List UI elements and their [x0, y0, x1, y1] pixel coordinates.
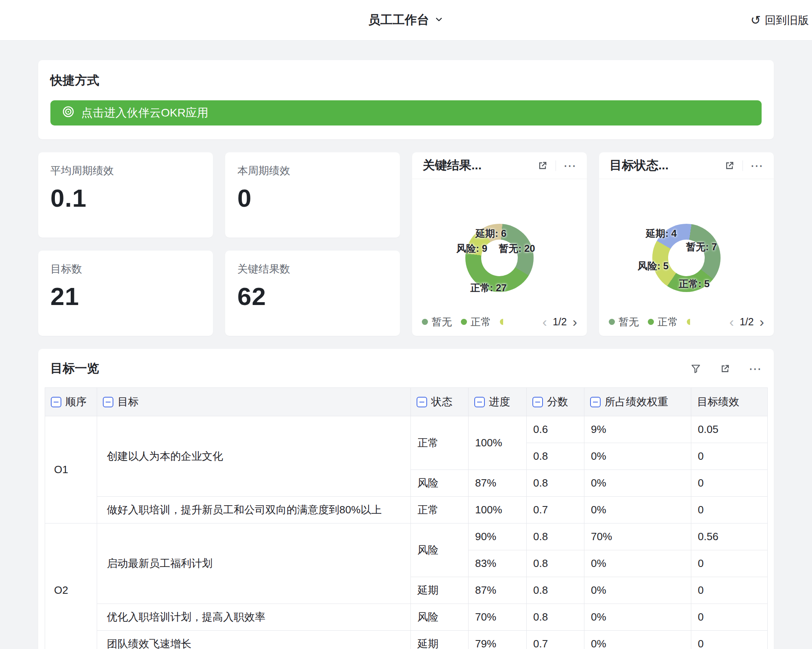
goal-cell[interactable]: 团队绩效飞速增长 [97, 631, 411, 649]
legend-dot [687, 319, 690, 325]
table-row[interactable]: O2 启动最新员工福利计划 风险 90% 0.8 70% 0.56 [45, 524, 768, 550]
score-cell: 0.8 [527, 443, 584, 470]
perf-cell: 0 [691, 631, 768, 649]
weight-cell: 0% [584, 577, 691, 604]
chart-title: 目标状态... [610, 157, 724, 174]
stat-value: 21 [50, 282, 201, 311]
perf-cell: 0 [691, 443, 768, 470]
status-cell: 正常 [411, 416, 469, 470]
legend-label: 正常 [658, 315, 678, 329]
segment-label-normal: 正常: 5 [679, 277, 710, 290]
status-cell: 风险 [411, 470, 469, 497]
pager-next-icon[interactable]: › [760, 315, 764, 329]
open-in-new-icon[interactable] [719, 363, 731, 374]
more-menu-icon[interactable]: ⋯ [749, 362, 762, 375]
status-cell: 延期 [411, 631, 469, 649]
legend-label: 暂无 [619, 315, 639, 329]
filter-icon[interactable] [690, 363, 701, 374]
collapse-icon[interactable] [417, 397, 427, 407]
goal-cell[interactable]: 启动最新员工福利计划 [97, 524, 411, 604]
weight-cell: 9% [584, 416, 691, 443]
collapse-icon[interactable] [51, 397, 61, 407]
pager-prev-icon[interactable]: ‹ [729, 315, 734, 329]
legend-item-none[interactable]: 暂无 [422, 315, 452, 329]
score-cell: 0.8 [527, 550, 584, 577]
progress-cell: 87% [469, 470, 527, 497]
more-menu-icon[interactable]: ⋯ [563, 159, 576, 172]
stat-card-current-cycle-perf: 本周期绩效 0 [225, 152, 400, 238]
enter-okr-app-button[interactable]: 点击进入伙伴云OKR应用 [50, 100, 762, 125]
legend-item-clipped [687, 319, 690, 325]
top-bar: 员工工作台 ↺ 回到旧版 [0, 0, 812, 41]
table-row[interactable]: O1 创建以人为本的企业文化 正常 100% 0.6 9% 0.05 [45, 416, 768, 443]
back-to-old-version-button[interactable]: ↺ 回到旧版 [751, 13, 809, 28]
status-cell: 延期 [411, 577, 469, 604]
legend-item-none[interactable]: 暂无 [609, 315, 639, 329]
table-row[interactable]: 做好入职培训，提升新员工和公司双向的满意度到80%以上 正常 100% 0.7 … [45, 497, 768, 524]
open-in-new-icon[interactable] [537, 160, 548, 171]
chart-header: 目标状态... ⋯ [599, 152, 774, 179]
shortcuts-title: 快捷方式 [50, 72, 762, 89]
pager-page: 1/2 [740, 316, 754, 328]
stat-card-goal-count: 目标数 21 [38, 251, 213, 336]
progress-cell: 90% [469, 524, 527, 550]
pager-prev-icon[interactable]: ‹ [543, 315, 547, 329]
weight-cell: 0% [584, 470, 691, 497]
score-cell: 0.8 [527, 577, 584, 604]
legend-dot [609, 319, 615, 325]
pager-next-icon[interactable]: › [573, 315, 577, 329]
segment-label-risk: 风险: 5 [638, 260, 669, 273]
collapse-icon[interactable] [103, 397, 113, 407]
stat-value: 0.1 [50, 184, 201, 212]
back-to-old-label: 回到旧版 [765, 13, 809, 28]
history-icon: ↺ [751, 14, 761, 26]
score-cell: 0.7 [527, 497, 584, 524]
collapse-icon[interactable] [532, 397, 543, 407]
target-icon [62, 105, 75, 121]
col-header-goal: 目标 [97, 388, 411, 416]
status-cell: 风险 [411, 524, 469, 577]
collapse-icon[interactable] [590, 397, 601, 407]
status-cell: 正常 [411, 497, 469, 524]
stat-label: 目标数 [50, 262, 201, 276]
collapse-icon[interactable] [474, 397, 485, 407]
open-in-new-icon[interactable] [724, 160, 735, 171]
goal-cell[interactable]: 优化入职培训计划，提高入职效率 [97, 604, 411, 631]
goal-status-chart-card: 目标状态... ⋯ 延期: 4 暂无: 7 正常: 5 风险: 5 [599, 152, 774, 336]
legend-dot [461, 319, 467, 325]
more-menu-icon[interactable]: ⋯ [750, 159, 763, 172]
status-cell: 风险 [411, 604, 469, 631]
legend-item-normal[interactable]: 正常 [461, 315, 491, 329]
perf-cell: 0.05 [691, 416, 768, 443]
segment-label-normal: 正常: 27 [470, 281, 506, 294]
goal-overview-card: 目标一览 ⋯ 顺序 目标 [38, 349, 774, 649]
weight-cell: 70% [584, 524, 691, 550]
legend-item-clipped [500, 319, 503, 325]
progress-cell: 87% [469, 577, 527, 604]
workspace-switcher[interactable]: 员工工作台 [368, 12, 444, 28]
goal-table: 顺序 目标 状态 进度 分数 所占绩效权重 目标绩效 O1 创建以人为本的企业文… [45, 387, 768, 649]
segment-label-delayed: 延期: 6 [475, 227, 506, 240]
segment-label-none: 暂无: 7 [686, 240, 717, 253]
chevron-down-icon [434, 13, 444, 27]
goal-cell[interactable]: 做好入职培训，提升新员工和公司双向的满意度到80%以上 [97, 497, 411, 524]
stat-value: 62 [237, 282, 388, 311]
perf-cell: 0 [691, 497, 768, 524]
progress-cell: 83% [469, 550, 527, 577]
divider [743, 160, 743, 171]
perf-cell: 0 [691, 470, 768, 497]
legend-item-normal[interactable]: 正常 [648, 315, 678, 329]
goal-cell[interactable]: 创建以人为本的企业文化 [97, 416, 411, 497]
goal-status-donut-chart: 延期: 4 暂无: 7 正常: 5 风险: 5 [599, 179, 774, 311]
weight-cell: 0% [584, 631, 691, 649]
main-content: 快捷方式 点击进入伙伴云OKR应用 平均周期绩效 0.1 本周期绩效 0 [0, 60, 812, 649]
key-results-donut-chart: 延期: 6 暂无: 20 正常: 27 风险: 9 [412, 179, 587, 311]
table-row[interactable]: 团队绩效飞速增长 延期 79% 0.7 0% 0 [45, 631, 768, 649]
stat-label: 本周期绩效 [237, 164, 388, 178]
stat-label: 平均周期绩效 [50, 164, 201, 178]
legend-label: 正常 [471, 315, 491, 329]
perf-cell: 0 [691, 604, 768, 631]
chart-footer: 暂无 正常 ‹ 1/2 › [412, 311, 587, 336]
table-row[interactable]: 优化入职培训计划，提高入职效率 风险 70% 0.8 0% 0 [45, 604, 768, 631]
chart-title: 关键结果... [423, 157, 537, 174]
